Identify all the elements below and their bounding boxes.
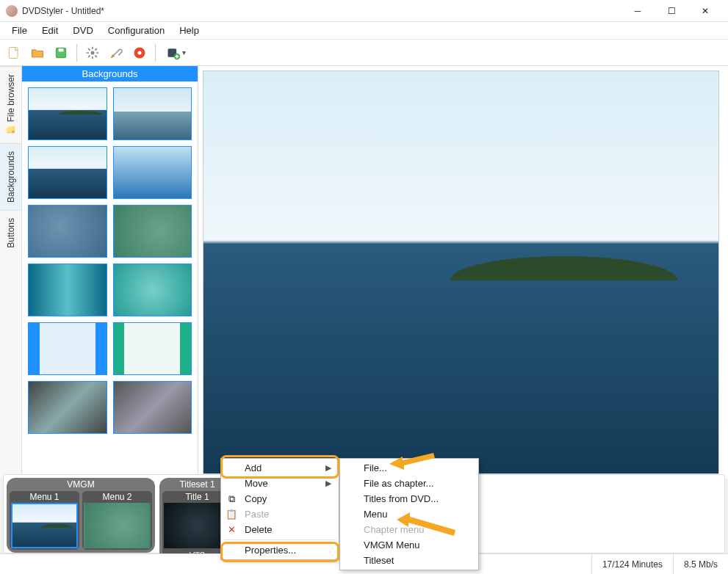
backgrounds-panel-header: Backgrounds <box>22 66 198 81</box>
side-tabs: 📁 File browser Backgrounds Buttons <box>0 66 22 479</box>
chevron-right-icon: ▶ <box>325 479 331 488</box>
titlebar: DVDStyler - Untitled* ─ ☐ ✕ <box>0 0 728 22</box>
status-minutes: 17/124 Minutes <box>591 554 673 574</box>
background-thumb[interactable] <box>113 146 192 199</box>
background-thumb[interactable] <box>28 322 107 375</box>
timeline-menu2[interactable]: Menu 2 <box>82 491 152 550</box>
ctx-add-chapter-menu: Chapter menu <box>340 522 478 537</box>
status-bitrate: 8.5 Mb/s <box>673 554 728 574</box>
window-title: DVDStyler - Untitled* <box>22 6 621 16</box>
background-thumb[interactable] <box>113 322 192 375</box>
ctx-move[interactable]: Move▶ <box>221 476 339 491</box>
toolbar-settings-button[interactable] <box>83 43 102 62</box>
folder-icon: 📁 <box>6 125 16 136</box>
ctx-delete[interactable]: ✕Delete <box>221 522 339 537</box>
delete-icon: ✕ <box>226 524 237 536</box>
preview-canvas[interactable] <box>203 70 719 474</box>
context-menu-add-submenu: File... File as chapter... Titles from D… <box>339 458 479 570</box>
menu-dvd[interactable]: DVD <box>65 23 100 37</box>
ctx-add[interactable]: Add▶ <box>221 460 339 476</box>
background-thumb[interactable] <box>113 381 192 434</box>
svg-point-3 <box>91 51 95 54</box>
background-thumb[interactable] <box>28 381 107 434</box>
background-thumb[interactable] <box>28 264 107 316</box>
ctx-properties[interactable]: Properties... <box>221 542 339 558</box>
ctx-add-titleset[interactable]: Titleset <box>340 553 478 568</box>
app-icon <box>6 5 18 17</box>
timeline-menu1-thumb <box>11 503 78 548</box>
chevron-right-icon: ▶ <box>325 463 331 473</box>
toolbar: ▾ <box>0 40 728 66</box>
timeline-menu1[interactable]: Menu 1 <box>10 491 79 550</box>
sidetab-backgrounds-label: Backgrounds <box>6 151 16 203</box>
maximize-button[interactable]: ☐ <box>655 0 688 22</box>
background-thumb[interactable] <box>28 205 107 258</box>
ctx-paste: 📋Paste <box>221 506 339 522</box>
background-thumb[interactable] <box>113 87 192 140</box>
context-menu-primary: Add▶ Move▶ ⧉Copy 📋Paste ✕Delete Properti… <box>220 458 339 560</box>
sidetab-file-browser[interactable]: 📁 File browser <box>0 66 21 143</box>
sidetab-buttons-label: Buttons <box>6 218 16 248</box>
toolbar-burn-button[interactable] <box>130 43 149 62</box>
background-thumb[interactable] <box>28 87 107 140</box>
backgrounds-thumbs[interactable] <box>22 81 198 479</box>
menu-edit[interactable]: Edit <box>35 23 65 37</box>
svg-point-5 <box>138 51 142 54</box>
toolbar-open-button[interactable] <box>28 43 47 62</box>
sidetab-backgrounds[interactable]: Backgrounds <box>0 143 21 210</box>
copy-icon: ⧉ <box>226 493 237 505</box>
paste-icon: 📋 <box>226 509 237 520</box>
ctx-copy[interactable]: ⧉Copy <box>221 491 339 506</box>
timeline-vmgm-group: VMGM Menu 1 Menu 2 <box>7 478 155 553</box>
sidetab-file-browser-label: File browser <box>6 74 16 122</box>
svg-rect-2 <box>59 48 64 51</box>
ctx-add-file-as-chapter[interactable]: File as chapter... <box>340 476 478 491</box>
background-thumb[interactable] <box>113 205 192 258</box>
toolbar-save-button[interactable] <box>51 43 71 62</box>
background-thumb[interactable] <box>28 146 107 199</box>
menubar: File Edit DVD Configuration Help <box>0 22 728 40</box>
background-thumb[interactable] <box>113 264 192 316</box>
toolbar-separator <box>155 44 156 62</box>
timeline-vmgm-label: VMGM <box>10 479 152 491</box>
toolbar-separator <box>76 44 77 62</box>
toolbar-tools-button[interactable] <box>107 43 126 62</box>
ctx-add-vmgm-menu[interactable]: VMGM Menu <box>340 537 478 553</box>
minimize-button[interactable]: ─ <box>621 0 655 22</box>
ctx-add-file[interactable]: File... <box>340 460 478 476</box>
sidetab-buttons[interactable]: Buttons <box>0 210 21 255</box>
toolbar-new-button[interactable] <box>4 43 24 62</box>
menu-file[interactable]: File <box>4 23 35 37</box>
backgrounds-panel: Backgrounds <box>22 66 198 479</box>
toolbar-add-button[interactable]: ▾ <box>162 43 190 62</box>
close-button[interactable]: ✕ <box>688 0 722 22</box>
preview-pane <box>198 66 728 479</box>
timeline-menu2-thumb <box>84 503 151 548</box>
ctx-add-menu[interactable]: Menu <box>340 506 478 522</box>
ctx-separator <box>224 540 336 540</box>
main-area: 📁 File browser Backgrounds Buttons Backg… <box>0 66 728 479</box>
menu-help[interactable]: Help <box>172 23 206 37</box>
menu-configuration[interactable]: Configuration <box>101 23 172 37</box>
ctx-add-titles-from-dvd[interactable]: Titles from DVD... <box>340 491 478 506</box>
